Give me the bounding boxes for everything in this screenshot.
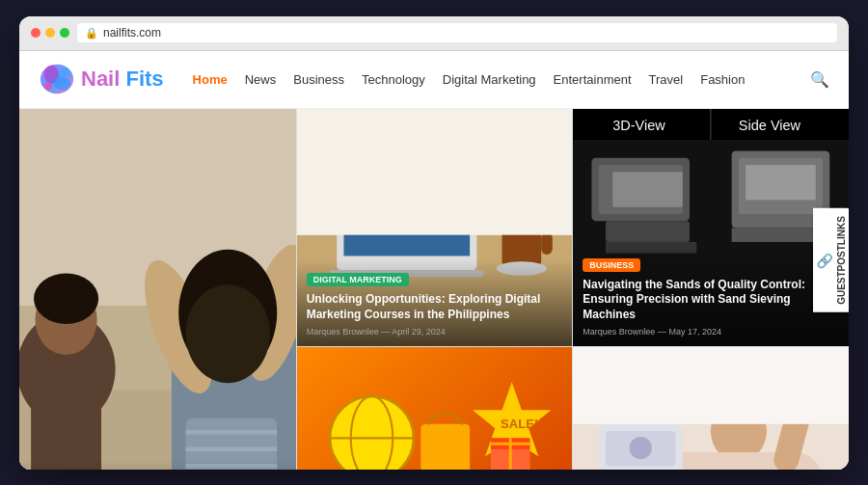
- svg-rect-42: [613, 172, 684, 206]
- card-digital-marketing[interactable]: DIGITAL MARKETING Unlocking Opportunitie…: [296, 109, 573, 348]
- svg-point-3: [44, 83, 52, 91]
- card2-overlay: BUSINESS Navigating the Sands of Quality…: [573, 245, 849, 347]
- minimize-dot[interactable]: [45, 28, 55, 38]
- guestpost-sidebar[interactable]: 🔗 GUESTPOSTLINKS: [813, 208, 849, 312]
- browser-chrome: 🔒 nailfits.com: [19, 16, 849, 51]
- card-sand-machine[interactable]: 3D-View Side View: [572, 109, 849, 348]
- lock-icon: 🔒: [85, 27, 98, 40]
- nav-entertainment[interactable]: Entertainment: [554, 72, 632, 87]
- svg-point-10: [34, 273, 98, 323]
- address-bar[interactable]: 🔒 nailfits.com: [77, 23, 837, 42]
- nav-home[interactable]: Home: [193, 72, 228, 87]
- card3-image: SALE!: [297, 347, 573, 469]
- card2-meta: Marques Brownlee — May 17, 2024: [583, 327, 839, 337]
- browser-window: 🔒 nailfits.com: [19, 16, 849, 470]
- card1-title: Unlocking Opportunities: Exploring Digit…: [307, 292, 563, 322]
- close-dot[interactable]: [31, 28, 41, 38]
- card2-badge: BUSINESS: [583, 258, 640, 272]
- nav-business[interactable]: Business: [293, 72, 344, 87]
- guestpost-logo-icon: 🔗: [817, 252, 832, 268]
- featured-overlay: HEALTH Que Pasa Si Una Mujer No Tiene Re…: [19, 459, 296, 470]
- site-header: Nail Fits Home News Business Technology …: [19, 51, 849, 109]
- card2-date: May 17, 2024: [668, 327, 721, 337]
- card-retail[interactable]: SALE!: [296, 347, 573, 469]
- featured-image: [19, 109, 296, 470]
- svg-point-50: [330, 396, 414, 469]
- svg-point-69: [630, 437, 652, 459]
- card1-badge: DIGITAL MARKETING: [307, 273, 409, 286]
- nav-fashion[interactable]: Fashion: [700, 72, 745, 87]
- svg-rect-71: [573, 347, 849, 424]
- logo-text: Nail Fits: [81, 67, 164, 92]
- nav-travel[interactable]: Travel: [649, 72, 684, 87]
- logo-icon: [39, 61, 75, 97]
- main-content: HEALTH Que Pasa Si Una Mujer No Tiene Re…: [19, 109, 849, 470]
- svg-rect-33: [297, 109, 573, 235]
- svg-text:3D-View: 3D-View: [613, 117, 666, 132]
- svg-text:SALE!: SALE!: [501, 418, 538, 432]
- card2-title: Navigating the Sands of Quality Control:…: [583, 278, 839, 323]
- svg-text:Side View: Side View: [739, 117, 801, 132]
- site-logo[interactable]: Nail Fits: [39, 61, 164, 97]
- card1-meta: Marques Brownlee — April 29, 2024: [307, 327, 563, 337]
- featured-article[interactable]: HEALTH Que Pasa Si Una Mujer No Tiene Re…: [19, 109, 296, 470]
- svg-rect-46: [746, 165, 816, 200]
- svg-point-15: [185, 284, 269, 383]
- maximize-dot[interactable]: [60, 28, 69, 38]
- card1-overlay: DIGITAL MARKETING Unlocking Opportunitie…: [297, 259, 573, 346]
- browser-dots: [31, 28, 69, 38]
- search-icon[interactable]: 🔍: [810, 70, 829, 89]
- svg-point-2: [54, 77, 70, 90]
- svg-rect-55: [420, 424, 470, 469]
- nav-digital-marketing[interactable]: Digital Marketing: [443, 72, 536, 87]
- svg-rect-41: [606, 221, 690, 242]
- nav-news[interactable]: News: [245, 72, 277, 87]
- article-grid: DIGITAL MARKETING Unlocking Opportunitie…: [296, 109, 849, 470]
- card-hair-removal[interactable]: HEALTH Permanent Hair Removal Singapore:…: [572, 347, 849, 469]
- svg-rect-31: [541, 231, 553, 254]
- card1-date: April 29, 2024: [392, 327, 446, 337]
- card2-author: Marques Brownlee: [583, 327, 655, 337]
- nav-technology[interactable]: Technology: [362, 72, 425, 87]
- guestpost-brand: GUESTPOSTLINKS: [836, 216, 847, 305]
- card1-author: Marques Brownlee: [307, 327, 379, 337]
- card4-image: [573, 347, 849, 469]
- site-content: Nail Fits Home News Business Technology …: [19, 51, 849, 470]
- url-text: nailfits.com: [103, 26, 161, 40]
- main-nav: Home News Business Technology Digital Ma…: [193, 70, 829, 89]
- svg-rect-8: [31, 368, 101, 469]
